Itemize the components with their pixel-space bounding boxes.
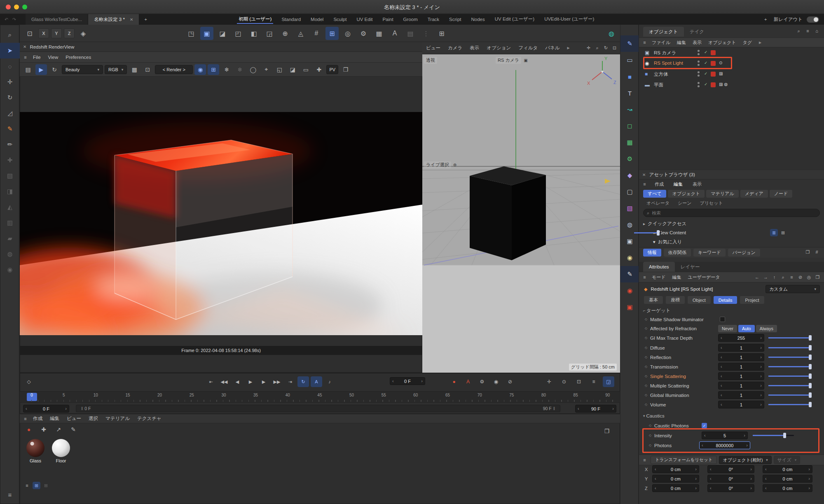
parent-icon[interactable]: ↑ xyxy=(770,273,778,281)
menu-item[interactable]: Preferences xyxy=(62,52,95,62)
spline-pen-icon[interactable]: ✎ xyxy=(0,121,20,137)
camera-object-icon[interactable]: ▣ xyxy=(620,233,639,250)
autokey-range-button[interactable]: A xyxy=(311,376,322,387)
tweak-icon[interactable]: ✚ xyxy=(0,152,20,168)
menu-icon[interactable]: ≡ xyxy=(0,487,20,502)
menu-item[interactable]: ビュー xyxy=(422,42,444,54)
value-slider[interactable] xyxy=(768,345,810,350)
grid-view-icon[interactable]: ⊞ xyxy=(33,482,40,489)
cube-primitive-icon[interactable]: ■ xyxy=(620,68,639,85)
rs-camera-icon[interactable]: ▣ xyxy=(620,299,639,315)
menu-icon[interactable]: ≡ xyxy=(21,415,29,422)
menu-item[interactable]: 編集 xyxy=(46,414,63,423)
node-editor-icon[interactable]: ↗ xyxy=(53,424,64,435)
extrude-icon[interactable]: ▧ xyxy=(0,168,20,184)
menu-item[interactable]: 編集 xyxy=(669,180,687,188)
focus-icon[interactable]: ⌖ xyxy=(260,64,272,75)
prev-frame-button[interactable]: ◀ xyxy=(232,376,243,387)
value-field[interactable]: ‹1› xyxy=(718,363,764,371)
list-view-icon[interactable]: ≡ xyxy=(23,482,31,489)
detail-tab[interactable]: 基本 xyxy=(644,296,663,304)
filter-icon[interactable]: ≡ xyxy=(588,376,599,387)
tab-attributes[interactable]: Attributes xyxy=(643,262,675,272)
scale-field[interactable]: ‹0 cm› xyxy=(763,484,812,492)
enabled-check[interactable]: ✓ xyxy=(704,61,707,65)
polygon-mode-icon[interactable]: ◲ xyxy=(263,27,276,40)
copy-icon[interactable]: ❐ xyxy=(340,64,351,75)
deformer-icon[interactable]: ◆ xyxy=(620,167,639,184)
range-start-field[interactable]: ‹0 F› xyxy=(23,405,69,413)
new-layout-label[interactable]: 新レイアウト xyxy=(774,16,803,23)
tree-item-new-content[interactable]: ▰ New Content xyxy=(639,228,824,237)
value-slider[interactable] xyxy=(768,383,810,388)
pass-select[interactable]: Beauty▾ xyxy=(62,65,103,74)
tab-objects[interactable]: オブジェクト xyxy=(643,27,684,37)
channel-select[interactable]: RGB▾ xyxy=(105,65,127,74)
visibility-dots[interactable] xyxy=(698,61,700,66)
menu-item[interactable]: カメラ xyxy=(444,42,466,54)
blend-icon[interactable]: ◪ xyxy=(287,64,298,75)
menu-item[interactable]: オブジェクト xyxy=(705,38,740,47)
enabled-check[interactable]: ✓ xyxy=(704,50,707,54)
texture-mode-icon[interactable]: ◪ xyxy=(216,27,229,40)
dots-icon[interactable]: ⋮ xyxy=(419,27,433,40)
menu-item[interactable]: File xyxy=(29,52,44,62)
size-mode-select[interactable]: サイズ▾ xyxy=(774,456,800,464)
overflow-icon[interactable]: ▶ xyxy=(564,42,574,54)
subdivision-surface-icon[interactable]: ◻ xyxy=(620,118,639,134)
region-tool-icon[interactable]: ⊙ xyxy=(558,376,570,387)
value-field[interactable]: ‹1› xyxy=(718,391,764,399)
gi-value-slider[interactable] xyxy=(768,335,810,341)
menu-item[interactable]: テクスチャ xyxy=(133,414,165,423)
detail-tab[interactable]: Object xyxy=(688,296,711,304)
search-input[interactable] xyxy=(652,210,816,215)
sketch-icon[interactable]: ✏ xyxy=(0,137,20,152)
caustic-photons-checkbox[interactable]: ✓ xyxy=(702,423,707,428)
lock-x-button[interactable]: X xyxy=(38,28,49,38)
layout-tab[interactable]: Paint xyxy=(381,16,395,23)
viewport-mode-icon[interactable]: ◳ xyxy=(185,27,198,40)
tab-takes[interactable]: テイク xyxy=(684,27,710,37)
start-ipr-button[interactable]: ▶ xyxy=(35,64,47,75)
camera-add-icon[interactable]: ⊞ xyxy=(435,27,448,40)
refraction-option[interactable]: Never xyxy=(718,325,737,332)
enabled-check[interactable]: ✓ xyxy=(704,71,707,76)
lock-y-button[interactable]: Y xyxy=(51,28,62,38)
lock-icon[interactable]: ⊘ xyxy=(796,273,804,281)
camera-icon[interactable]: ▣ xyxy=(524,58,527,63)
tab-layers[interactable]: レイヤー xyxy=(675,262,706,272)
menu-item[interactable]: フィルタ xyxy=(515,42,541,54)
axis-mode-icon[interactable]: ⊕ xyxy=(279,27,292,40)
tool-options-icon[interactable]: ⊕ xyxy=(453,163,456,167)
range-end-field[interactable]: ‹90 F› xyxy=(575,405,616,413)
zoom-icon[interactable]: ⌕ xyxy=(593,44,601,52)
goto-end-button[interactable]: ⇥ xyxy=(284,376,296,387)
layout-tab[interactable]: Model xyxy=(309,16,325,23)
image-icon[interactable]: ▭ xyxy=(300,64,311,75)
menu-icon[interactable]: ≡ xyxy=(21,54,29,61)
menu-item[interactable]: 編集 xyxy=(669,272,685,282)
asset-info-tab[interactable]: バージョン xyxy=(728,249,760,257)
free-selection-icon[interactable]: ◌ xyxy=(0,58,20,74)
edge-mode-icon[interactable]: ◧ xyxy=(247,27,260,40)
pick-material-icon[interactable]: ✎ xyxy=(68,424,79,435)
compare-icon[interactable]: ◯ xyxy=(247,64,259,75)
smooth-icon[interactable]: ◍ xyxy=(0,246,20,262)
object-row-rs-spot-light[interactable]: ◉ RS Spot Light ✓ ⊙ xyxy=(639,58,824,69)
grid-array-icon[interactable]: ▤ xyxy=(404,27,417,40)
menu-item[interactable]: ファイル xyxy=(648,38,674,47)
goto-start-button[interactable]: ⇤ xyxy=(205,376,217,387)
menu-icon[interactable]: ≡ xyxy=(641,39,648,46)
layout-toggle[interactable] xyxy=(807,16,819,23)
filter-icon[interactable]: ≡ xyxy=(788,273,796,281)
visibility-dots[interactable] xyxy=(698,82,700,87)
team-render-icon[interactable]: ◍ xyxy=(605,27,618,40)
material-floor[interactable]: Floor xyxy=(49,439,73,463)
tree-item-quick-access[interactable]: ▸ クイックアクセス xyxy=(639,219,824,228)
asset-tab[interactable]: すべて xyxy=(643,190,666,198)
search-icon[interactable]: ⌕ xyxy=(0,27,20,43)
refraction-option[interactable]: Auto xyxy=(738,325,755,332)
object-row-plane[interactable]: ▬ 平面 ✓ ▨◍ xyxy=(639,79,824,90)
menu-item[interactable]: タグ xyxy=(740,38,756,47)
redo-icon[interactable]: ↷ xyxy=(10,16,18,23)
